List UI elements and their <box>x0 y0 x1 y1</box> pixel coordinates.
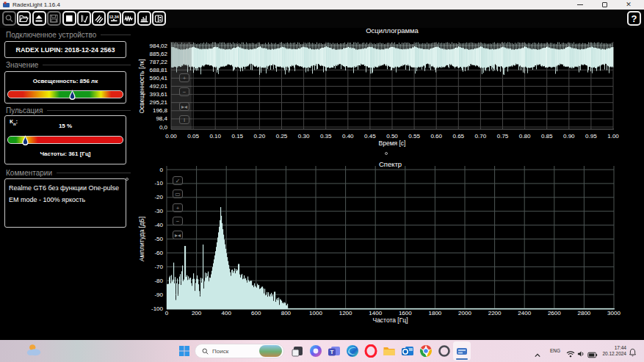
taskbar-app-explorer[interactable] <box>381 343 397 359</box>
svg-text:-80: -80 <box>154 278 163 284</box>
oscillogram-view-icon <box>124 14 134 23</box>
svg-text:2200: 2200 <box>488 310 502 316</box>
pulse-meter-button[interactable] <box>77 11 91 26</box>
search-box[interactable]: Поиск <box>195 344 284 358</box>
search-placeholder: Поиск <box>212 348 259 355</box>
search-device-button[interactable] <box>2 11 16 26</box>
notification-bell-icon[interactable] <box>629 347 637 360</box>
svg-text:492,01: 492,01 <box>150 83 168 90</box>
svg-text:Время [с]: Время [с] <box>379 140 406 147</box>
svg-text:393,61: 393,61 <box>150 91 168 98</box>
taskbar-app-task-view[interactable] <box>289 343 305 359</box>
edge-icon <box>346 344 359 358</box>
zoom-out-chart-button[interactable]: − <box>179 87 189 96</box>
spectrum-view-button[interactable] <box>137 11 151 26</box>
svg-text:200: 200 <box>192 310 202 316</box>
svg-text:0.15: 0.15 <box>232 133 244 140</box>
svg-text:295,21: 295,21 <box>150 99 168 106</box>
pulse-meter-icon <box>79 14 89 23</box>
svg-text:2400: 2400 <box>518 310 531 316</box>
battery-icon[interactable] <box>587 348 598 361</box>
wifi-icon[interactable] <box>566 347 575 361</box>
tray-language[interactable]: ENG <box>550 348 560 353</box>
taskbar-app-ring-app[interactable] <box>436 343 452 359</box>
taskbar-app-teams[interactable]: T <box>326 343 342 359</box>
svg-text:0.75: 0.75 <box>497 133 509 140</box>
numeric-display-button[interactable]: 12.34 <box>107 11 121 26</box>
waves-button[interactable] <box>92 11 106 26</box>
svg-text:98,4: 98,4 <box>156 115 167 122</box>
outlook-icon <box>401 344 414 358</box>
explorer-icon <box>383 344 396 358</box>
taskbar-app-chrome[interactable] <box>418 343 434 359</box>
maximize-button[interactable] <box>599 0 609 10</box>
waves-icon <box>94 14 104 23</box>
search-icon <box>202 348 209 355</box>
opera-icon <box>364 344 377 358</box>
svg-text:-30: -30 <box>154 208 163 214</box>
taskbar-app-outlook[interactable] <box>399 343 416 359</box>
svg-text:0.40: 0.40 <box>342 133 354 140</box>
svg-text:688,81: 688,81 <box>150 67 168 73</box>
svg-text:0.80: 0.80 <box>519 133 531 140</box>
svg-text:0.60: 0.60 <box>430 133 442 140</box>
layout-view-icon <box>154 14 164 23</box>
open-file-button[interactable] <box>17 11 31 26</box>
tray-chevron-icon[interactable] <box>534 348 541 361</box>
svg-text:0,0: 0,0 <box>159 124 168 131</box>
svg-text:1200: 1200 <box>339 310 352 316</box>
svg-text:0.50: 0.50 <box>386 133 398 140</box>
svg-text:0.05: 0.05 <box>187 133 199 140</box>
stop-button[interactable] <box>62 11 76 26</box>
zoom-in-chart-button[interactable]: + <box>179 73 189 82</box>
start-button[interactable] <box>176 343 192 359</box>
zoom-out-chart-button[interactable]: − <box>173 217 183 225</box>
svg-text:400: 400 <box>222 310 232 316</box>
svg-text:3000: 3000 <box>607 310 621 316</box>
eject-button[interactable] <box>32 11 46 26</box>
svg-text:T: T <box>330 349 334 355</box>
svg-text:0.10: 0.10 <box>209 133 221 140</box>
chart-splitter-grip[interactable] <box>385 152 388 155</box>
copilot-icon <box>309 344 322 358</box>
search-highlight-thumbnail <box>259 345 282 357</box>
taskbar-app-radexlight[interactable] <box>453 341 471 361</box>
fit-chart-button[interactable]: ▸◂ <box>179 102 189 111</box>
close-button[interactable]: ✕ <box>623 0 634 10</box>
cursor-chart-button[interactable]: I <box>179 115 189 124</box>
select-chart-button[interactable]: ✓ <box>173 176 183 185</box>
layout-view-button[interactable] <box>152 11 166 26</box>
numeric-display-icon: 12.34 <box>109 14 119 23</box>
search-device-icon <box>4 14 14 23</box>
task-view-icon <box>291 344 304 358</box>
taskbar-app-copilot[interactable] <box>308 343 324 359</box>
charts: 984,02885,62787,22688,81590,41492,01393,… <box>0 28 644 340</box>
save-button[interactable] <box>47 11 61 26</box>
window-title: RadexLight 1.16.4 <box>12 1 60 8</box>
taskbar-app-edge[interactable] <box>344 343 361 359</box>
svg-text:196,8: 196,8 <box>153 107 168 114</box>
oscillogram-view-button[interactable] <box>122 11 136 26</box>
svg-text:0: 0 <box>165 310 169 316</box>
svg-text:-70: -70 <box>154 264 163 270</box>
svg-text:-100: -100 <box>151 305 164 312</box>
svg-text:1600: 1600 <box>399 310 412 316</box>
spectrum-view-icon <box>140 14 149 23</box>
svg-text:0.25: 0.25 <box>276 133 288 140</box>
box-zoom-chart-button[interactable]: ▭ <box>173 189 183 198</box>
weather-icon <box>26 343 43 357</box>
zoom-in-chart-button[interactable]: + <box>173 203 183 212</box>
clock[interactable]: 17:44 20.12.2024 <box>598 345 626 357</box>
weather-widget[interactable] <box>26 343 43 360</box>
minimize-button[interactable] <box>575 0 585 10</box>
svg-text:Осциллограмма: Осциллограмма <box>366 28 419 35</box>
svg-text:0.65: 0.65 <box>453 133 465 140</box>
svg-text:1000: 1000 <box>309 310 322 316</box>
fit-chart-button[interactable]: ▸◂ <box>173 231 183 239</box>
help-button[interactable]: ? <box>627 11 641 26</box>
svg-text:Частота [Гц]: Частота [Гц] <box>372 316 408 324</box>
svg-text:787,22: 787,22 <box>150 59 168 65</box>
taskbar-app-opera[interactable] <box>363 343 379 359</box>
volume-icon[interactable] <box>577 347 585 361</box>
svg-text:12.34: 12.34 <box>109 15 119 19</box>
